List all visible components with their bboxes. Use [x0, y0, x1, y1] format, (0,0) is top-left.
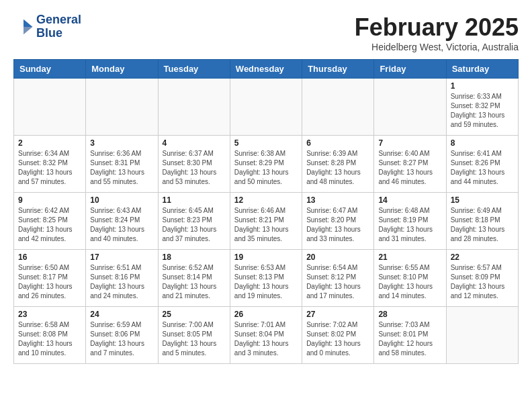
day-info: Sunrise: 6:34 AM Sunset: 8:32 PM Dayligh…	[18, 149, 81, 187]
calendar-cell: 5Sunrise: 6:38 AM Sunset: 8:29 PM Daylig…	[230, 136, 302, 193]
day-number: 8	[451, 138, 514, 148]
week-row-1: 1Sunrise: 6:33 AM Sunset: 8:32 PM Daylig…	[14, 79, 519, 136]
logo: General Blue	[13, 13, 81, 40]
calendar-cell: 14Sunrise: 6:48 AM Sunset: 8:19 PM Dayli…	[374, 193, 446, 250]
day-info: Sunrise: 6:49 AM Sunset: 8:18 PM Dayligh…	[451, 206, 514, 244]
day-headers-row: SundayMondayTuesdayWednesdayThursdayFrid…	[14, 60, 519, 79]
calendar-cell: 13Sunrise: 6:47 AM Sunset: 8:20 PM Dayli…	[302, 193, 374, 250]
week-row-5: 23Sunrise: 6:58 AM Sunset: 8:08 PM Dayli…	[14, 307, 519, 364]
calendar-cell: 27Sunrise: 7:02 AM Sunset: 8:02 PM Dayli…	[302, 307, 374, 364]
calendar-cell: 24Sunrise: 6:59 AM Sunset: 8:06 PM Dayli…	[86, 307, 158, 364]
title-block: February 2025 Heidelberg West, Victoria,…	[355, 13, 519, 52]
day-number: 20	[306, 253, 369, 262]
day-info: Sunrise: 6:45 AM Sunset: 8:23 PM Dayligh…	[163, 206, 226, 244]
day-number: 15	[451, 195, 514, 205]
day-info: Sunrise: 6:59 AM Sunset: 8:06 PM Dayligh…	[90, 320, 153, 358]
day-info: Sunrise: 6:54 AM Sunset: 8:12 PM Dayligh…	[306, 263, 369, 301]
day-info: Sunrise: 6:46 AM Sunset: 8:21 PM Dayligh…	[234, 206, 298, 244]
calendar-cell: 22Sunrise: 6:57 AM Sunset: 8:09 PM Dayli…	[446, 250, 518, 307]
day-info: Sunrise: 7:00 AM Sunset: 8:05 PM Dayligh…	[163, 320, 226, 358]
calendar-cell: 18Sunrise: 6:52 AM Sunset: 8:14 PM Dayli…	[158, 250, 230, 307]
calendar-cell: 10Sunrise: 6:43 AM Sunset: 8:24 PM Dayli…	[86, 193, 158, 250]
calendar-cell: 7Sunrise: 6:40 AM Sunset: 8:27 PM Daylig…	[374, 136, 446, 193]
calendar-cell: 12Sunrise: 6:46 AM Sunset: 8:21 PM Dayli…	[230, 193, 302, 250]
day-number: 23	[18, 310, 81, 319]
day-number: 2	[18, 138, 81, 148]
day-number: 10	[90, 195, 153, 205]
week-row-3: 9Sunrise: 6:42 AM Sunset: 8:25 PM Daylig…	[14, 193, 519, 250]
calendar-cell	[446, 307, 518, 364]
calendar-cell	[230, 79, 302, 136]
week-row-2: 2Sunrise: 6:34 AM Sunset: 8:32 PM Daylig…	[14, 136, 519, 193]
calendar-cell: 3Sunrise: 6:36 AM Sunset: 8:31 PM Daylig…	[86, 136, 158, 193]
day-info: Sunrise: 7:01 AM Sunset: 8:04 PM Dayligh…	[234, 320, 298, 358]
day-info: Sunrise: 6:33 AM Sunset: 8:32 PM Dayligh…	[451, 92, 514, 130]
logo-icon	[13, 17, 34, 37]
day-info: Sunrise: 7:03 AM Sunset: 8:01 PM Dayligh…	[378, 320, 441, 358]
day-info: Sunrise: 6:55 AM Sunset: 8:10 PM Dayligh…	[378, 263, 441, 301]
day-info: Sunrise: 6:48 AM Sunset: 8:19 PM Dayligh…	[378, 206, 441, 244]
calendar-cell: 26Sunrise: 7:01 AM Sunset: 8:04 PM Dayli…	[230, 307, 302, 364]
page-header: General Blue February 2025 Heidelberg We…	[13, 13, 519, 52]
day-number: 14	[378, 195, 441, 205]
day-number: 25	[163, 310, 226, 319]
day-number: 7	[378, 138, 441, 148]
calendar-cell	[302, 79, 374, 136]
day-number: 1	[451, 81, 514, 91]
calendar-cell: 20Sunrise: 6:54 AM Sunset: 8:12 PM Dayli…	[302, 250, 374, 307]
calendar-cell: 1Sunrise: 6:33 AM Sunset: 8:32 PM Daylig…	[446, 79, 518, 136]
day-info: Sunrise: 6:40 AM Sunset: 8:27 PM Dayligh…	[378, 149, 441, 187]
day-info: Sunrise: 6:37 AM Sunset: 8:30 PM Dayligh…	[163, 149, 226, 187]
day-info: Sunrise: 6:51 AM Sunset: 8:16 PM Dayligh…	[90, 263, 153, 301]
calendar-cell	[374, 79, 446, 136]
day-number: 19	[234, 253, 298, 262]
month-title: February 2025	[355, 13, 519, 42]
day-number: 3	[90, 138, 153, 148]
day-info: Sunrise: 7:02 AM Sunset: 8:02 PM Dayligh…	[306, 320, 369, 358]
day-info: Sunrise: 6:36 AM Sunset: 8:31 PM Dayligh…	[90, 149, 153, 187]
calendar-cell: 28Sunrise: 7:03 AM Sunset: 8:01 PM Dayli…	[374, 307, 446, 364]
day-number: 26	[234, 310, 298, 319]
svg-marker-0	[24, 19, 33, 27]
week-row-4: 16Sunrise: 6:50 AM Sunset: 8:17 PM Dayli…	[14, 250, 519, 307]
calendar-cell: 15Sunrise: 6:49 AM Sunset: 8:18 PM Dayli…	[446, 193, 518, 250]
calendar-cell: 6Sunrise: 6:39 AM Sunset: 8:28 PM Daylig…	[302, 136, 374, 193]
day-info: Sunrise: 6:41 AM Sunset: 8:26 PM Dayligh…	[451, 149, 514, 187]
calendar-cell: 25Sunrise: 7:00 AM Sunset: 8:05 PM Dayli…	[158, 307, 230, 364]
calendar-cell: 23Sunrise: 6:58 AM Sunset: 8:08 PM Dayli…	[14, 307, 86, 364]
day-info: Sunrise: 6:50 AM Sunset: 8:17 PM Dayligh…	[18, 263, 81, 301]
day-number: 18	[163, 253, 226, 262]
day-info: Sunrise: 6:47 AM Sunset: 8:20 PM Dayligh…	[306, 206, 369, 244]
day-number: 27	[306, 310, 369, 319]
calendar-table: SundayMondayTuesdayWednesdayThursdayFrid…	[13, 59, 519, 364]
day-info: Sunrise: 6:43 AM Sunset: 8:24 PM Dayligh…	[90, 206, 153, 244]
day-info: Sunrise: 6:39 AM Sunset: 8:28 PM Dayligh…	[306, 149, 369, 187]
day-number: 22	[451, 253, 514, 262]
day-info: Sunrise: 6:58 AM Sunset: 8:08 PM Dayligh…	[18, 320, 81, 358]
day-info: Sunrise: 6:42 AM Sunset: 8:25 PM Dayligh…	[18, 206, 81, 244]
day-info: Sunrise: 6:38 AM Sunset: 8:29 PM Dayligh…	[234, 149, 298, 187]
calendar-cell: 16Sunrise: 6:50 AM Sunset: 8:17 PM Dayli…	[14, 250, 86, 307]
calendar-cell: 9Sunrise: 6:42 AM Sunset: 8:25 PM Daylig…	[14, 193, 86, 250]
calendar-cell: 17Sunrise: 6:51 AM Sunset: 8:16 PM Dayli…	[86, 250, 158, 307]
calendar-cell	[158, 79, 230, 136]
calendar-cell: 21Sunrise: 6:55 AM Sunset: 8:10 PM Dayli…	[374, 250, 446, 307]
day-number: 24	[90, 310, 153, 319]
day-header-tuesday: Tuesday	[158, 60, 230, 79]
calendar-cell: 4Sunrise: 6:37 AM Sunset: 8:30 PM Daylig…	[158, 136, 230, 193]
calendar-cell: 8Sunrise: 6:41 AM Sunset: 8:26 PM Daylig…	[446, 136, 518, 193]
day-header-monday: Monday	[86, 60, 158, 79]
calendar-cell	[14, 79, 86, 136]
day-number: 13	[306, 195, 369, 205]
day-number: 5	[234, 138, 298, 148]
day-number: 9	[18, 195, 81, 205]
day-number: 28	[378, 310, 441, 319]
day-info: Sunrise: 6:53 AM Sunset: 8:13 PM Dayligh…	[234, 263, 298, 301]
location: Heidelberg West, Victoria, Australia	[355, 42, 519, 52]
day-info: Sunrise: 6:52 AM Sunset: 8:14 PM Dayligh…	[163, 263, 226, 301]
day-header-thursday: Thursday	[302, 60, 374, 79]
day-number: 4	[163, 138, 226, 148]
day-info: Sunrise: 6:57 AM Sunset: 8:09 PM Dayligh…	[451, 263, 514, 301]
day-header-wednesday: Wednesday	[230, 60, 302, 79]
day-header-sunday: Sunday	[14, 60, 86, 79]
